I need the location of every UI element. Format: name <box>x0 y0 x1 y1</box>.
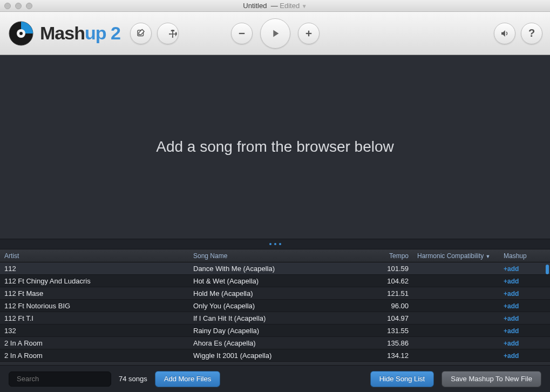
table-row[interactable]: 112 Ft Notorious BIGOnly You (Acapella)9… <box>0 300 550 312</box>
table-row[interactable]: 132Rainy Day (Acapella)131.55+add <box>0 325 550 337</box>
cell-tempo: 135.86 <box>375 339 413 347</box>
add-song-button[interactable]: +add <box>504 265 519 273</box>
table-row[interactable]: 112 Ft T.IIf I Can Hit It (Acapella)104.… <box>0 312 550 325</box>
cell-artist: 2 In A Room <box>0 352 189 360</box>
handle-dots-icon <box>269 243 281 245</box>
chevron-down-icon[interactable]: ▼ <box>302 3 307 9</box>
cell-artist: 112 Ft T.I <box>0 314 189 322</box>
cell-song-name: Only You (Acapella) <box>189 302 375 310</box>
minimize-window-button[interactable] <box>15 3 22 9</box>
table-row[interactable]: 2 In A RoomAhora Es (Acapella)135.86+add <box>0 337 550 349</box>
hide-song-list-button[interactable]: Hide Song List <box>370 371 434 387</box>
table-row[interactable]: 2 In A RoomWiggle It 2001 (Acapella)134.… <box>0 349 550 362</box>
add-song-button[interactable]: +add <box>504 278 519 285</box>
cell-tempo: 134.12 <box>375 352 413 360</box>
traffic-lights <box>0 3 32 9</box>
cell-tempo: 104.97 <box>375 314 413 322</box>
volume-button[interactable] <box>494 23 515 44</box>
window-titlebar: Untitled — Edited ▼ <box>0 0 550 12</box>
bottom-bar: 74 songs Add More Files Hide Song List S… <box>0 365 550 392</box>
search-input[interactable] <box>17 375 107 383</box>
close-window-button[interactable] <box>4 3 11 9</box>
help-button[interactable]: ? <box>521 23 542 44</box>
svg-point-3 <box>19 32 23 35</box>
cell-tempo: 131.55 <box>375 327 413 335</box>
cell-song-name: Rainy Day (Acapella) <box>189 327 375 335</box>
cell-song-name: Wiggle It 2001 (Acapella) <box>189 352 375 360</box>
cell-song-name: If I Can Hit It (Acapella) <box>189 314 375 322</box>
app-brand: Mashup 2 <box>8 20 120 47</box>
play-button[interactable] <box>260 18 290 49</box>
song-count: 74 songs <box>119 375 147 383</box>
scrollbar-thumb[interactable] <box>546 265 549 274</box>
table-header: Artist Song Name Tempo Harmonic Compatib… <box>0 249 550 262</box>
song-drop-area[interactable]: Add a song from the browser below <box>0 55 550 239</box>
cell-tempo: 104.62 <box>375 277 413 285</box>
cell-artist: 112 Ft Notorious BIG <box>0 302 189 310</box>
cell-tempo: 121.51 <box>375 289 413 298</box>
column-song-name[interactable]: Song Name <box>189 252 375 260</box>
cell-song-name: Hot & Wet (Acapella) <box>189 277 375 285</box>
column-mashup[interactable]: Mashup <box>499 252 537 260</box>
column-harmonic[interactable]: Harmonic Compatibility▼ <box>413 252 499 260</box>
cell-artist: 2 In A Room <box>0 339 189 347</box>
add-song-button[interactable]: +add <box>504 315 519 322</box>
table-row[interactable]: 112Dance With Me (Acapella)101.59+add <box>0 262 550 275</box>
cell-song-name: Dance With Me (Acapella) <box>189 265 375 273</box>
app-logo-icon <box>8 20 35 47</box>
cell-tempo: 96.00 <box>375 302 413 310</box>
zoom-out-button[interactable] <box>231 23 253 44</box>
cell-song-name: Hold Me (Acapella) <box>189 289 375 298</box>
drop-area-message: Add a song from the browser below <box>156 138 393 156</box>
sort-descending-icon: ▼ <box>484 254 490 259</box>
table-row[interactable]: 112 Ft MaseHold Me (Acapella)121.51+add <box>0 287 550 300</box>
document-status: Edited <box>280 2 300 10</box>
cell-artist: 112 Ft Mase <box>0 289 189 298</box>
save-mashup-button[interactable]: Save Mashup To New File <box>442 371 541 387</box>
add-song-button[interactable]: +add <box>504 327 519 335</box>
window-title: Untitled — Edited ▼ <box>0 2 550 10</box>
cell-tempo: 101.59 <box>375 265 413 273</box>
main-toolbar: Mashup 2 ⚒ ? <box>0 12 550 55</box>
add-more-files-button[interactable]: Add More Files <box>155 371 220 387</box>
cell-song-name: Ahora Es (Acapella) <box>189 339 375 347</box>
new-document-button[interactable] <box>130 23 152 44</box>
zoom-window-button[interactable] <box>26 3 32 9</box>
cell-artist: 112 <box>0 265 189 273</box>
cell-artist: 132 <box>0 327 189 335</box>
add-song-button[interactable]: +add <box>504 340 519 347</box>
app-name: Mashup 2 <box>40 23 120 44</box>
settings-button[interactable]: ⚒ <box>157 23 179 44</box>
add-song-button[interactable]: +add <box>504 290 519 298</box>
table-row[interactable]: 112 Ft Chingy And LudacrisHot & Wet (Aca… <box>0 275 550 287</box>
song-browser: Artist Song Name Tempo Harmonic Compatib… <box>0 249 550 362</box>
add-song-button[interactable]: +add <box>504 302 519 310</box>
column-artist[interactable]: Artist <box>0 252 189 260</box>
split-handle[interactable] <box>0 239 550 249</box>
add-song-button[interactable]: +add <box>504 352 519 360</box>
document-title: Untitled <box>243 2 267 10</box>
cell-artist: 112 Ft Chingy And Ludacris <box>0 277 189 285</box>
search-field[interactable] <box>9 371 111 387</box>
zoom-in-button[interactable] <box>298 23 320 44</box>
column-tempo[interactable]: Tempo <box>375 252 413 260</box>
